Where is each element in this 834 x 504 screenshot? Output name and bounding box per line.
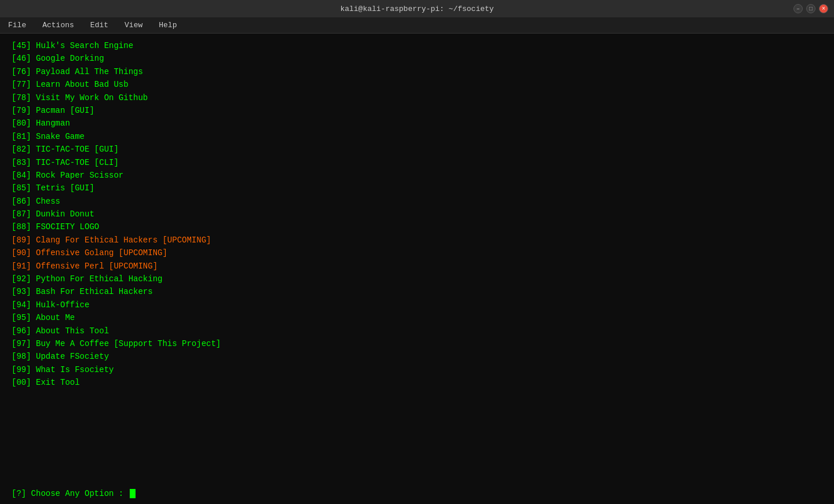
- terminal-line-l97: [97] Buy Me A Coffee [Support This Proje…: [12, 337, 822, 350]
- terminal-line-l46: [46] Google Dorking: [12, 52, 822, 65]
- title-bar: kali@kali-raspberry-pi: ~/fsociety – □ ×: [0, 0, 834, 17]
- terminal-line-l79: [79] Pacman [GUI]: [12, 104, 822, 117]
- window-controls: – □ ×: [793, 4, 828, 13]
- terminal-line-l83: [83] TIC-TAC-TOE [CLI]: [12, 156, 822, 169]
- menu-file[interactable]: File: [5, 20, 30, 31]
- terminal-line-l77: [77] Learn About Bad Usb: [12, 78, 822, 91]
- terminal-line-l81: [81] Snake Game: [12, 130, 822, 143]
- menu-edit[interactable]: Edit: [87, 20, 112, 31]
- minimize-button[interactable]: –: [793, 4, 803, 13]
- terminal-line-l89: [89] Clang For Ethical Hackers [UPCOMING…: [12, 234, 822, 247]
- terminal-line-l76: [76] Payload All The Things: [12, 65, 822, 78]
- terminal-line-l96: [96] About This Tool: [12, 325, 822, 337]
- menu-actions[interactable]: Actions: [39, 20, 78, 31]
- terminal-line-l85: [85] Tetris [GUI]: [12, 182, 822, 194]
- terminal-line-l78: [78] Visit My Work On Github: [12, 91, 822, 104]
- menu-help[interactable]: Help: [155, 20, 180, 31]
- menu-bar: File Actions Edit View Help: [0, 17, 834, 34]
- window-title: kali@kali-raspberry-pi: ~/fsociety: [340, 5, 493, 13]
- terminal-line-l91: [91] Offensive Perl [UPCOMING]: [12, 260, 822, 273]
- terminal-line-l80: [80] Hangman: [12, 117, 822, 130]
- terminal-line-l99: [99] What Is Fsociety: [12, 363, 822, 376]
- terminal-line-l95: [95] About Me: [12, 311, 822, 324]
- terminal-content: [45] Hulk's Search Engine[46] Google Dor…: [12, 39, 822, 483]
- terminal-line-l93: [93] Bash For Ethical Hackers: [12, 285, 822, 298]
- terminal-line-l00: [00] Exit Tool: [12, 376, 822, 389]
- terminal-line-l84: [84] Rock Paper Scissor: [12, 169, 822, 182]
- prompt-text: [?] Choose Any Option :: [12, 489, 129, 498]
- terminal-line-l86: [86] Chess: [12, 195, 822, 208]
- terminal-cursor: [130, 489, 136, 498]
- prompt-line: [?] Choose Any Option :: [12, 489, 822, 498]
- menu-view[interactable]: View: [121, 20, 146, 31]
- terminal-line-l87: [87] Dunkin Donut: [12, 208, 822, 220]
- terminal-line-l98: [98] Update FSociety: [12, 350, 822, 363]
- terminal-line-l90: [90] Offensive Golang [UPCOMING]: [12, 247, 822, 259]
- close-button[interactable]: ×: [819, 4, 828, 13]
- terminal-line-l82: [82] TIC-TAC-TOE [GUI]: [12, 143, 822, 156]
- terminal-line-l88: [88] FSOCIETY LOGO: [12, 220, 822, 233]
- terminal-window: kali@kali-raspberry-pi: ~/fsociety – □ ×…: [0, 0, 834, 504]
- terminal-line-l45: [45] Hulk's Search Engine: [12, 39, 822, 52]
- terminal-body[interactable]: [45] Hulk's Search Engine[46] Google Dor…: [0, 34, 834, 504]
- maximize-button[interactable]: □: [806, 4, 815, 13]
- terminal-line-l92: [92] Python For Ethical Hacking: [12, 273, 822, 285]
- terminal-line-l94: [94] Hulk-Office: [12, 299, 822, 311]
